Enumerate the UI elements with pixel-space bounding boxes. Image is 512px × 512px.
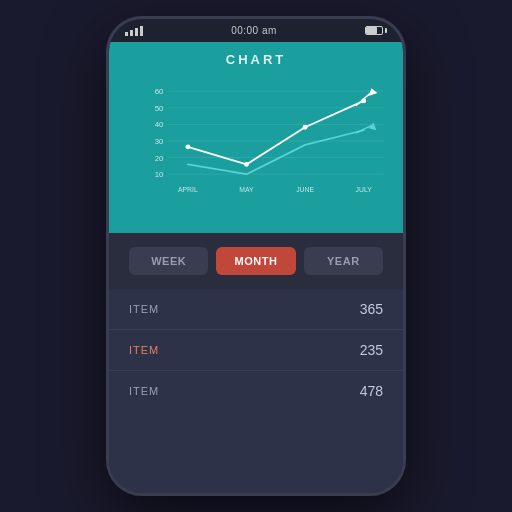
tab-month-button[interactable]: MONTH [216,247,295,275]
chart-container: 60 50 40 30 20 10 [109,75,403,225]
chart-dot [303,125,308,130]
svg-text:JUNE: JUNE [296,186,314,193]
signal-icon [125,26,143,36]
svg-text:MAY: MAY [239,186,254,193]
svg-text:APRIL: APRIL [178,186,198,193]
svg-text:50: 50 [155,104,164,113]
svg-text:10: 10 [155,170,164,179]
item-label-1: ITEM [129,303,159,315]
chart-line-2 [188,130,364,174]
chart-arrow [356,92,372,106]
item-value-1: 365 [360,301,383,317]
item-value-3: 478 [360,383,383,399]
tab-week-button[interactable]: WEEK [129,247,208,275]
phone-frame: 00:00 am CHART 60 50 40 30 20 [106,16,406,496]
chart-dot [185,144,190,149]
svg-text:JULY: JULY [356,186,373,193]
controls-section: WEEK MONTH YEAR [109,233,403,289]
status-bar: 00:00 am [109,19,403,42]
chart-dot [244,162,249,167]
list-item: ITEM 365 [109,289,403,330]
chart-arrow-2 [356,125,372,133]
item-label-2: ITEM [129,344,159,356]
item-label-3: ITEM [129,385,159,397]
svg-text:20: 20 [155,154,164,163]
list-section: ITEM 365 ITEM 235 ITEM 478 [109,289,403,493]
chart-arrow-head [369,88,378,96]
svg-text:60: 60 [155,87,164,96]
list-item-highlighted: ITEM 235 [109,330,403,371]
status-time: 00:00 am [231,25,277,36]
chart-section: CHART 60 50 40 30 20 10 [109,42,403,233]
chart-svg: 60 50 40 30 20 10 [139,75,393,205]
list-item-3: ITEM 478 [109,371,403,411]
svg-text:30: 30 [155,137,164,146]
tab-year-button[interactable]: YEAR [304,247,383,275]
item-value-2: 235 [360,342,383,358]
svg-text:40: 40 [155,120,164,129]
chart-title: CHART [109,42,403,75]
chart-line-1 [188,101,364,165]
battery-icon [365,26,387,35]
tab-group: WEEK MONTH YEAR [129,247,383,275]
